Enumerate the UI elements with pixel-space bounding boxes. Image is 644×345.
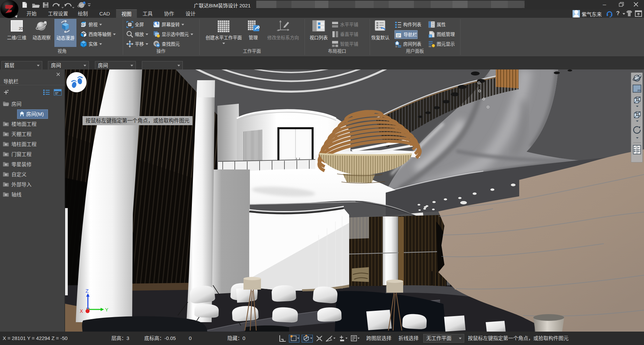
svg-text:2D: 2D <box>19 27 23 31</box>
svg-text:Z: Z <box>86 288 89 294</box>
svg-text:X: X <box>80 308 83 314</box>
svg-text:Y: Y <box>105 307 108 312</box>
svg-text:2D: 2D <box>637 89 641 92</box>
